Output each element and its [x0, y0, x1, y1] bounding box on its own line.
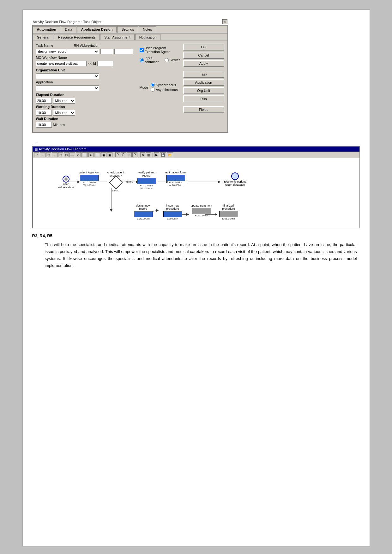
elapsed-value-input[interactable]	[36, 98, 52, 104]
left-panel: Task Name RN Abbreviation design new rec…	[36, 44, 133, 129]
fields-button[interactable]: Fields	[183, 106, 224, 113]
cancel-button[interactable]: Cancel	[183, 52, 224, 59]
asynchronous-label: Asynchronous	[156, 88, 178, 92]
update-treatment-label: update treatment	[191, 204, 212, 207]
tab-resource-requirements[interactable]: Resource Requirements	[54, 34, 100, 40]
tb-hash[interactable]: ▦	[146, 152, 151, 157]
id-label: Id	[93, 62, 96, 65]
tab-row-2: General Resource Requirements Staff Assi…	[33, 33, 227, 40]
dialog-box: Automation Data Application Design Setti…	[32, 25, 228, 133]
finalized-procedure-label: finalized procedure	[218, 204, 240, 210]
patient-login-label: patient login form	[79, 171, 100, 174]
rn-input[interactable]	[100, 49, 113, 54]
tab-staff-assignment[interactable]: Staff Assignment	[100, 34, 134, 40]
application-select[interactable]	[36, 85, 99, 91]
node-insert-procedure: insert new procedure E 2.00Min	[162, 204, 184, 220]
toolbar-sep-3	[153, 153, 153, 157]
input-container-radio[interactable]	[140, 58, 144, 62]
main-paragraph: This will help the specialists and medic…	[45, 241, 357, 269]
org-unit-row: Organization Unit	[36, 68, 133, 72]
synchronous-radio[interactable]	[151, 83, 155, 87]
tb-line[interactable]: —	[69, 152, 75, 157]
application-button[interactable]: Application	[183, 79, 224, 86]
tab-automation[interactable]: Automation	[33, 26, 60, 33]
main-form-area: Task Name RN Abbreviation design new rec…	[36, 44, 224, 129]
user-auth-label: user authetication	[55, 183, 77, 189]
edit-form-time-e: E 30.00Min	[166, 181, 186, 184]
tb-save[interactable]: 💾	[160, 152, 166, 157]
working-unit-select[interactable]: Minutes	[53, 110, 75, 116]
tb-rect2[interactable]: ◻	[58, 152, 63, 157]
elapsed-unit-select[interactable]: Minutes	[53, 98, 75, 104]
node-check-account: check patient account ? No 50 Yes 50	[105, 171, 127, 192]
verify-record-time-e: E 10.00Min	[136, 184, 158, 187]
tb-grid2[interactable]: ▣	[107, 152, 112, 157]
tb-arrow[interactable]: →	[40, 152, 45, 157]
tab-general[interactable]: General	[33, 34, 53, 40]
tab-notes[interactable]: Notes	[139, 26, 156, 33]
dialog-title-bar: Activity Decision Flow Diagram : Task Ob…	[32, 19, 228, 24]
dialog-close-button[interactable]: ×	[222, 19, 227, 24]
asynchronous-radio[interactable]	[151, 87, 155, 92]
tb-grid[interactable]: ▣	[101, 152, 106, 157]
working-duration-label: Working Duration	[36, 105, 65, 109]
mq-workflow-input-row: << Id	[36, 61, 133, 66]
workflow-window: ▦ Activity Decision Flow Diagram ↩ → ◻ →…	[32, 146, 360, 228]
ok-button[interactable]: OK	[183, 44, 224, 51]
tb-p3[interactable]: P	[132, 152, 137, 157]
node-electronic-patient: i Electronic patient report database	[222, 172, 248, 187]
tb-rect[interactable]: ◻	[46, 152, 51, 157]
electronic-patient-label: Electronic patient report database	[222, 180, 248, 186]
tb-open[interactable]: 📂	[167, 152, 173, 157]
node-update-treatment: update treatment E 35.00Min	[191, 204, 212, 217]
tb-p2[interactable]: P	[121, 152, 126, 157]
org-unit-select[interactable]	[36, 73, 99, 79]
tb-diamond[interactable]: ◇	[76, 152, 81, 157]
tab-application-design[interactable]: Application Design	[77, 26, 117, 33]
abbreviation-label: Abbreviation	[80, 44, 99, 47]
server-radio[interactable]	[165, 58, 169, 62]
user-program-checkbox[interactable]	[140, 48, 144, 52]
working-duration-row: Working Duration	[36, 105, 133, 109]
wait-value-input[interactable]	[36, 122, 52, 128]
id-input[interactable]	[97, 61, 113, 66]
org-unit-button[interactable]: Org.Unit	[183, 87, 224, 94]
tb-arrow2[interactable]: →	[52, 152, 57, 157]
dot-separator: ·	[35, 139, 360, 145]
canvas-arrows-svg	[33, 158, 359, 228]
tb-play[interactable]: ▶	[154, 152, 159, 157]
abbreviation-input[interactable]	[114, 49, 133, 54]
patient-login-box	[80, 175, 99, 181]
tb-undo[interactable]: ↩	[34, 152, 39, 157]
wait-duration-label: Wait Duration	[36, 117, 58, 121]
yes50-label: Yes 50	[125, 180, 133, 183]
update-treatment-time-e: E 35.00Min	[191, 214, 212, 217]
tb-updown[interactable]: ↕	[127, 152, 132, 157]
tab-settings[interactable]: Settings	[117, 26, 138, 33]
no50-label: No 50	[105, 189, 127, 192]
id-prefix: <<	[88, 62, 92, 65]
tb-x[interactable]: ✕	[140, 152, 145, 157]
user-program-row: User Program Execution Agent	[140, 46, 180, 54]
input-container-label: Input container	[145, 56, 161, 64]
run-button[interactable]: Run	[183, 95, 224, 102]
working-value-input[interactable]	[36, 110, 52, 116]
insert-procedure-box	[163, 211, 182, 217]
tb-rect3[interactable]: ◻	[64, 152, 69, 157]
tb-circle[interactable]: ●	[88, 152, 93, 157]
mq-workflow-input[interactable]	[36, 61, 87, 66]
tb-square[interactable]: ⬜	[81, 152, 88, 157]
task-button[interactable]: Task	[183, 71, 224, 78]
design-record-time-e: E 20.00Min	[132, 217, 154, 220]
tab-notification[interactable]: Notification	[135, 34, 160, 40]
task-name-select[interactable]: design new record	[36, 49, 99, 54]
apply-button[interactable]: Apply	[183, 60, 224, 67]
elapsed-duration-label: Elapsed Duration	[36, 93, 64, 97]
verify-record-label: verify patient record	[136, 171, 158, 177]
tb-square2[interactable]: ⬜	[94, 152, 100, 157]
tb-p1[interactable]: P	[115, 152, 120, 157]
tab-data[interactable]: Data	[61, 26, 76, 33]
finalized-procedure-box	[219, 211, 238, 217]
page-container: Activity Decision Flow Diagram : Task Ob…	[22, 9, 370, 546]
verify-record-box	[137, 178, 156, 184]
